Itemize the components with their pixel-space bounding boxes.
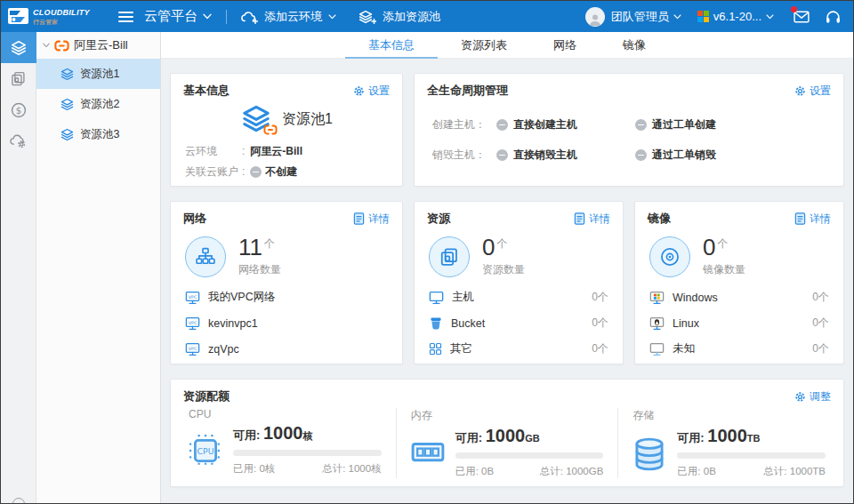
layers-icon (60, 128, 74, 141)
network-detail-link[interactable]: 详情 (353, 212, 390, 227)
headset-icon (826, 10, 841, 24)
cpu-icon (189, 434, 222, 468)
vpc-list-item[interactable]: zqVpc (185, 336, 388, 362)
document-icon (574, 212, 585, 225)
document-icon (794, 212, 806, 225)
chevron-down-icon[interactable] (673, 14, 681, 20)
copy-icon (11, 71, 26, 86)
windows-logo-icon (697, 11, 709, 22)
brand-subtitle: 行云管家 (33, 19, 90, 25)
network-count: 11 (238, 234, 262, 260)
tree-item-label: 资源池2 (80, 97, 119, 112)
resource-detail-link[interactable]: 详情 (574, 212, 610, 227)
brand-name: CLOUDBILITY (33, 9, 90, 17)
basic-info-settings-link[interactable]: 设置 (353, 84, 390, 99)
main-panel: 基本信息 资源列表 网络 镜像 基本信息 设置 (161, 32, 853, 503)
add-resource-pool-label: 添加资源池 (383, 9, 440, 25)
document-icon (353, 212, 365, 225)
chevron-down-icon (43, 43, 50, 48)
sidebar-item-billing[interactable] (1, 94, 36, 125)
quota-adjust-link[interactable]: 调整 (794, 389, 831, 404)
tree-item-label: 资源池3 (80, 127, 119, 142)
minus-circle-icon (496, 119, 508, 131)
content-area: 基本信息 设置 资源池1 (161, 59, 853, 503)
tab-network[interactable]: 网络 (530, 32, 600, 59)
left-icon-strip (1, 32, 36, 503)
image-caption: 镜像数量 (703, 262, 745, 277)
version-selector[interactable]: v6.1-20... (697, 10, 774, 23)
notification-dot (791, 6, 797, 12)
destroy-direct-option: 直接销毁主机 (496, 148, 601, 163)
pages-icon (429, 236, 470, 277)
version-label: v6.1-20... (713, 10, 761, 23)
tab-basic-info[interactable]: 基本信息 (345, 32, 438, 59)
brand-logo[interactable]: CLOUDBILITY 行云管家 (8, 8, 117, 26)
env-row: 云环境: 阿里云-Bill (171, 141, 402, 162)
support-button[interactable] (826, 9, 841, 25)
chevron-down-icon (766, 14, 774, 20)
aliyun-logo-icon (54, 40, 69, 52)
mail-icon (794, 11, 810, 23)
minus-circle-icon (250, 166, 262, 178)
basic-info-card: 基本信息 设置 资源池1 (170, 73, 403, 187)
sidebar-item-resource-pools[interactable] (1, 32, 36, 63)
tree-item-pool1[interactable]: 资源池1 (36, 59, 160, 89)
cloud-management-app: CLOUDBILITY 行云管家 云管平台 添加云环境 添加资源池 团队管理员 (0, 0, 854, 504)
memory-icon (411, 436, 445, 467)
hamburger-menu-icon[interactable] (118, 12, 133, 22)
vpc-icon (185, 342, 200, 356)
sidebar-item-cloud-settings[interactable] (1, 125, 36, 156)
create-host-row: 创建主机： 直接创建主机 通过工单创建 (415, 117, 843, 132)
image-card: 镜像 详情 0个 镜像数量 (634, 201, 844, 364)
resource-count: 0 (482, 234, 495, 260)
sidebar-item-resources[interactable] (1, 63, 36, 94)
chevron-down-icon (203, 13, 212, 20)
add-resource-pool-button[interactable]: 添加资源池 (359, 9, 440, 25)
linux-list-item[interactable]: Linux 0个 (649, 310, 829, 336)
vpc-list-item[interactable]: 我的VPC网络 (185, 284, 388, 310)
network-card: 网络 详情 11个 网络数量 (170, 201, 403, 364)
quota-memory-section: 内存 可用: 1000GB 已用: 0B总计: 1000GB (396, 408, 618, 478)
avatar[interactable] (585, 7, 605, 27)
platform-menu[interactable]: 云管平台 (144, 8, 212, 25)
unknown-list-item[interactable]: 未知 0个 (649, 336, 829, 362)
network-caption: 网络数量 (238, 262, 281, 277)
windows-list-item[interactable]: Windows 0个 (649, 284, 829, 310)
user-role-label[interactable]: 团队管理员 (611, 9, 669, 25)
destroy-ticket-option: 通过工单销毁 (635, 148, 740, 163)
bucket-list-item[interactable]: Bucket 0个 (429, 310, 608, 336)
tab-resource-list[interactable]: 资源列表 (438, 32, 530, 59)
destroy-host-row: 销毁主机： 直接销毁主机 通过工单销毁 (415, 148, 843, 163)
resource-pool-tree: 阿里云-Bill 资源池1 资源池2 资源池3 (36, 32, 161, 503)
host-list-item[interactable]: 主机 0个 (429, 284, 608, 310)
vpc-icon (185, 291, 200, 305)
minus-circle-icon (635, 119, 647, 131)
image-detail-link[interactable]: 详情 (794, 212, 831, 227)
tree-root-aliyun-bill[interactable]: 阿里云-Bill (36, 32, 160, 59)
mail-button[interactable] (794, 9, 810, 25)
vpc-list-item[interactable]: kevinvpc1 (185, 310, 388, 336)
resource-card: 资源 详情 0个 资源数量 (414, 201, 624, 364)
pool-name: 资源池1 (282, 110, 333, 129)
lifecycle-card: 全生命周期管理 设置 创建主机： 直接创建主机 通过工单创建 (414, 73, 844, 187)
other-list-item[interactable]: 其它 0个 (429, 336, 608, 362)
storage-progress-bar (677, 452, 826, 459)
tree-root-label: 阿里云-Bill (74, 37, 128, 53)
top-header-bar: CLOUDBILITY 行云管家 云管平台 添加云环境 添加资源池 团队管理员 (1, 1, 853, 32)
quota-storage-section: 存储 可用: 1000TB 已用: 0B总计: 1000TB (617, 408, 840, 478)
card-title: 全生命周期管理 (427, 83, 508, 99)
help-icon[interactable] (12, 498, 25, 504)
monitor-icon (429, 291, 444, 305)
add-cloud-env-button[interactable]: 添加云环境 (241, 9, 336, 25)
gear-icon (353, 85, 365, 97)
account-row: 关联云账户: 不创建 (171, 162, 402, 182)
tab-bar: 基本信息 资源列表 网络 镜像 (161, 32, 853, 59)
unknown-monitor-icon (649, 342, 665, 356)
layers-icon (60, 98, 74, 111)
tree-item-pool3[interactable]: 资源池3 (36, 119, 160, 149)
tab-image[interactable]: 镜像 (600, 32, 669, 59)
lifecycle-settings-link[interactable]: 设置 (794, 84, 831, 99)
tree-item-pool2[interactable]: 资源池2 (36, 89, 160, 119)
resource-caption: 资源数量 (482, 262, 525, 277)
cloudbility-logo-icon (8, 8, 28, 26)
